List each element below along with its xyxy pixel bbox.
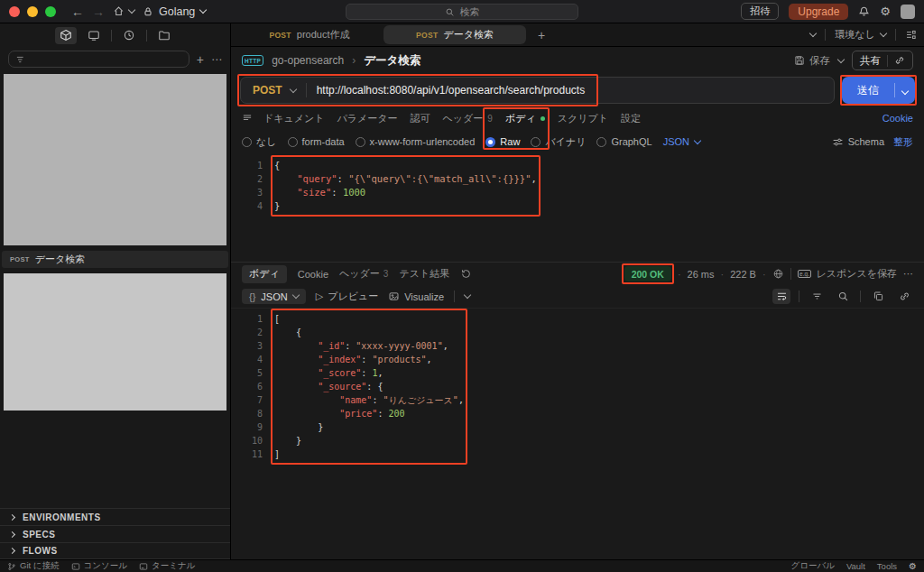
content-type-dropdown[interactable]: JSON bbox=[663, 136, 700, 147]
example-icon: e.g. bbox=[798, 270, 812, 278]
avatar[interactable] bbox=[901, 5, 915, 19]
code-line: 6 "_source": { bbox=[242, 380, 924, 393]
save-options-chevron-icon[interactable] bbox=[837, 55, 845, 62]
code-text: "_id": "xxxx-yyyy-0001", bbox=[274, 339, 448, 353]
response-more-button[interactable]: ⋯ bbox=[903, 268, 913, 280]
new-tab-button[interactable]: + bbox=[529, 28, 554, 42]
response-tab-headers[interactable]: ヘッダー3 bbox=[339, 267, 388, 281]
radio-option-graphql[interactable]: GraphQL bbox=[596, 136, 651, 147]
connect-git-button[interactable]: Git に接続 bbox=[7, 560, 60, 572]
sidebar-item-data-search[interactable]: POST データ検索 bbox=[2, 251, 228, 268]
send-options-chevron-icon[interactable] bbox=[895, 84, 915, 97]
settings-gear-icon[interactable]: ⚙ bbox=[880, 5, 891, 17]
copy-icon[interactable] bbox=[869, 289, 887, 304]
send-button[interactable]: 送信 bbox=[842, 77, 915, 104]
radio-option-urlencoded[interactable]: x-www-form-urlencoded bbox=[356, 136, 476, 147]
response-tab-tests[interactable]: テスト結果 bbox=[399, 267, 449, 281]
save-floppy-icon bbox=[794, 55, 805, 66]
sidebar-search-row: + ⋯ bbox=[0, 47, 230, 72]
tab-body[interactable]: ボディ bbox=[504, 110, 547, 127]
visualize-button[interactable]: Visualize bbox=[388, 291, 444, 302]
preview-button[interactable]: ▷ プレビュー bbox=[316, 290, 379, 303]
wrap-lines-icon[interactable] bbox=[772, 289, 790, 304]
share-button[interactable]: 共有 bbox=[852, 51, 913, 70]
sidebar-section-flows[interactable]: FLOWS bbox=[0, 542, 230, 559]
tab-data-search[interactable]: POST データ検索 bbox=[383, 25, 526, 44]
tools-button[interactable]: Tools bbox=[877, 561, 897, 571]
sidebar-section-specs[interactable]: SPECS bbox=[0, 525, 230, 542]
radio-option-none[interactable]: なし bbox=[242, 135, 277, 149]
sidebar-filter-input[interactable] bbox=[8, 51, 189, 68]
beautify-link[interactable]: 整形 bbox=[893, 135, 913, 149]
breadcrumb-parent[interactable]: go-opensearch bbox=[272, 54, 344, 67]
tab-docs[interactable]: ドキュメント bbox=[262, 110, 327, 127]
console-button[interactable]: コンソール bbox=[71, 560, 127, 572]
environment-selector[interactable]: 環境なし bbox=[835, 28, 886, 42]
tab-scripts[interactable]: スクリプト bbox=[556, 110, 610, 127]
global-search-input[interactable]: 検索 bbox=[346, 4, 578, 20]
response-tab-cookie[interactable]: Cookie bbox=[298, 269, 328, 280]
save-response-example-button[interactable]: e.g. レスポンスを保存 bbox=[798, 267, 897, 281]
invite-button[interactable]: 招待 bbox=[741, 3, 779, 20]
history-icon[interactable] bbox=[460, 268, 472, 280]
save-button[interactable]: 保存 bbox=[794, 54, 830, 68]
folder-icon[interactable] bbox=[153, 27, 175, 44]
history-clock-icon[interactable] bbox=[118, 27, 140, 44]
dot-separator: · bbox=[762, 269, 766, 280]
radio-option-raw[interactable]: Raw bbox=[485, 136, 520, 147]
vault-button[interactable]: Vault bbox=[846, 561, 865, 571]
statusbar-gear-icon[interactable]: ⚙ bbox=[909, 562, 917, 571]
tab-product-create[interactable]: POST product作成 bbox=[238, 25, 381, 44]
request-body-editor[interactable]: 1{2 "query": "{\"query\":{\"match_all\":… bbox=[231, 153, 924, 262]
bell-icon[interactable] bbox=[858, 5, 870, 17]
tab-params[interactable]: パラメーター bbox=[336, 110, 400, 127]
image-icon bbox=[388, 291, 400, 302]
maximize-window-button[interactable] bbox=[45, 6, 56, 17]
chevron-right-icon bbox=[9, 513, 15, 520]
home-button[interactable] bbox=[113, 5, 134, 17]
environment-manage-icon[interactable] bbox=[905, 29, 917, 41]
response-meta: 200 OK · 26 ms · 222 B · e.g. レスポンスを保存 ⋯ bbox=[624, 266, 913, 281]
project-switcher[interactable]: Golang bbox=[143, 5, 206, 18]
response-format-dropdown[interactable]: {} JSON bbox=[242, 289, 306, 304]
response-link-icon[interactable] bbox=[895, 289, 913, 304]
line-number: 2 bbox=[242, 172, 274, 186]
share-label: 共有 bbox=[860, 54, 881, 68]
tab-list-chevron-icon[interactable] bbox=[809, 30, 817, 37]
schema-button[interactable]: Schema bbox=[832, 136, 884, 148]
add-request-button[interactable]: + bbox=[197, 52, 204, 67]
code-text: "_score": 1, bbox=[274, 366, 383, 380]
close-window-button[interactable] bbox=[9, 6, 20, 17]
apis-cube-icon[interactable] bbox=[55, 27, 77, 44]
forward-button[interactable]: → bbox=[92, 5, 105, 18]
code-text: "query": "{\"query\":{\"match_all\":{}}}… bbox=[274, 172, 537, 186]
chevron-right-icon bbox=[9, 548, 15, 554]
url-text[interactable]: http://localhost:8080/api/v1/opensearch/… bbox=[307, 84, 596, 97]
response-tab-body[interactable]: ボディ bbox=[242, 265, 287, 283]
code-text: { bbox=[274, 159, 280, 172]
response-body-viewer[interactable]: 1[2 {3 "_id": "xxxx-yyyy-0001",4 "_index… bbox=[231, 309, 924, 559]
code-line: 4 "_index": "products", bbox=[242, 353, 924, 366]
topbar-actions: 招待 Upgrade ⚙ bbox=[741, 3, 915, 20]
tab-auth[interactable]: 認可 bbox=[409, 110, 432, 127]
sidebar-more-button[interactable]: ⋯ bbox=[211, 53, 222, 66]
radio-option-binary[interactable]: バイナリ bbox=[531, 135, 586, 149]
global-scope-button[interactable]: グローバル bbox=[791, 560, 835, 572]
cookie-link[interactable]: Cookie bbox=[882, 113, 913, 124]
radio-option-form-data[interactable]: form-data bbox=[288, 136, 345, 147]
minimize-window-button[interactable] bbox=[27, 6, 38, 17]
globe-icon[interactable] bbox=[772, 268, 784, 280]
tab-settings[interactable]: 設定 bbox=[619, 110, 642, 127]
method-dropdown[interactable]: POST bbox=[241, 78, 306, 103]
sidebar-section-environments[interactable]: ENVIRONMENTS bbox=[0, 508, 230, 525]
chevron-down-icon[interactable] bbox=[464, 291, 471, 299]
runner-monitor-icon[interactable] bbox=[83, 27, 105, 44]
filter-lines-icon[interactable] bbox=[808, 289, 826, 304]
back-button[interactable]: ← bbox=[71, 5, 84, 18]
tabstrip-right: 環境なし bbox=[810, 28, 917, 42]
upgrade-button[interactable]: Upgrade bbox=[789, 4, 848, 20]
terminal-button[interactable]: ターミナル bbox=[139, 560, 195, 572]
tab-headers[interactable]: ヘッダー9 bbox=[441, 110, 494, 127]
search-in-response-icon[interactable] bbox=[834, 289, 852, 304]
code-line: 4} bbox=[242, 199, 924, 213]
